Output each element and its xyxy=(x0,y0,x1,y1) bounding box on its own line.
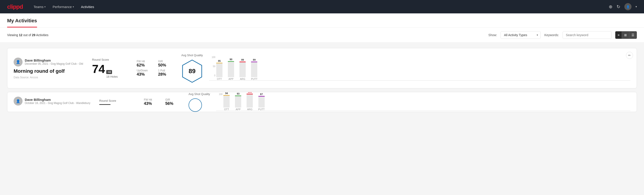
show-label: Show: xyxy=(488,33,497,37)
stat-1putt-value: 28% xyxy=(158,72,172,77)
avatar-icon: 👤 xyxy=(16,60,20,64)
bar-ott-2: 94 OTT xyxy=(223,92,230,111)
bar-putt-value: 89 xyxy=(253,58,256,61)
stat-updown: Up/Down 43% xyxy=(136,69,151,77)
stats-section-2: FW Hit 43% GIR 56% xyxy=(144,98,180,106)
bar-arg-value-2: 106 xyxy=(248,92,252,93)
bar-putt: 89 PUTT xyxy=(251,58,258,80)
user-info-2: Dave Billingham October 16, 2021 - Gog M… xyxy=(25,98,90,105)
view-toggle-grid[interactable]: ⊞ xyxy=(622,32,629,38)
view-toggle-list-compact[interactable]: ≡ xyxy=(616,32,622,38)
nav-teams[interactable]: Teams ▾ xyxy=(34,4,46,10)
y-axis-100-2: 100 xyxy=(216,93,222,96)
activity-type-dropdown[interactable]: All Activity Types xyxy=(500,31,541,39)
viewing-prefix: Viewing xyxy=(7,33,19,37)
card-left-2: 👤 Dave Billingham October 16, 2021 - Gog… xyxy=(14,96,90,107)
quality-circle-2 xyxy=(188,98,202,112)
stats-section: FW Hit 62% GIR 50% Up/Down 43% 1 Putt 28… xyxy=(136,60,172,77)
keyword-search-input[interactable] xyxy=(562,31,612,39)
quality-section-2: Avg Shot Quality 100 94 xyxy=(188,92,630,112)
nav-performance-label: Performance xyxy=(53,5,72,9)
user-meta: December 05, 2021 - Gog Magog Golf Club … xyxy=(25,62,83,65)
bar-app-value: 90 xyxy=(230,58,232,61)
score-partial xyxy=(99,104,110,105)
stat-fw-hit-label-2: FW Hit xyxy=(144,98,158,101)
data-source: Data Source: Arccos xyxy=(14,76,83,79)
round-score-label-2: Round Score xyxy=(99,99,135,102)
chevron-down-icon: ▾ xyxy=(44,6,46,8)
user-meta-2: October 16, 2021 - Gog Magog Golf Club -… xyxy=(25,102,90,105)
quality-left: Avg Shot Quality 89 xyxy=(181,54,203,83)
score-badge: +4 xyxy=(106,70,112,74)
stat-fw-hit-value: 62% xyxy=(136,63,151,68)
bar-arg-label-2: ARG xyxy=(247,108,252,111)
quality-section: Avg Shot Quality 89 100 50 xyxy=(181,54,630,83)
logo: clippd xyxy=(7,3,23,10)
bars-container-2: 94 OTT 93 xyxy=(223,95,265,111)
view-toggles: ≡ ⊞ ☰ xyxy=(615,31,637,39)
bar-putt-label-2: PUTT xyxy=(258,108,265,111)
toolbar-filters: Show: All Activity Types Keywords: ≡ ⊞ ☰ xyxy=(488,31,637,39)
quality-label: Avg Shot Quality xyxy=(181,54,203,57)
user-avatar[interactable]: 👤 xyxy=(624,3,632,10)
viewing-count: 12 xyxy=(19,33,22,37)
user-icon: 👤 xyxy=(626,5,630,8)
bar-arg-label: ARG xyxy=(240,78,245,80)
stat-gir-value-2: 56% xyxy=(165,101,180,106)
stat-updown-label: Up/Down xyxy=(136,69,151,72)
bar-app-fill xyxy=(228,61,234,77)
bar-chart: 100 50 0 85 OTT xyxy=(209,56,630,80)
bar-putt-2: 87 PUTT xyxy=(258,93,265,111)
bar-app-fill-2 xyxy=(235,96,241,108)
stat-1putt: 1 Putt 28% xyxy=(158,69,172,77)
bar-putt-value-2: 87 xyxy=(260,93,263,96)
stat-updown-value: 43% xyxy=(136,72,151,77)
page-header: My Activities xyxy=(0,14,644,28)
user-info: Dave Billingham December 05, 2021 - Gog … xyxy=(25,58,83,65)
content: ✏ 👤 Dave Billingham December 05, 2021 - … xyxy=(0,42,644,117)
nav-activities-label: Activities xyxy=(81,5,94,9)
viewing-out-of: out of xyxy=(22,33,32,37)
stat-fw-hit: FW Hit 62% xyxy=(136,60,151,68)
add-circle-icon[interactable]: ⊕ xyxy=(609,4,612,9)
score-number: 74 xyxy=(92,63,105,75)
stat-gir-2: GIR 56% xyxy=(165,98,180,106)
bar-arg-value: 89 xyxy=(241,58,244,61)
round-score-section-2: Round Score xyxy=(99,99,135,105)
bar-putt-label: PUTT xyxy=(251,78,258,80)
user-name: Dave Billingham xyxy=(25,58,83,62)
stat-1putt-label: 1 Putt xyxy=(158,69,172,72)
y-axis-50: 50 xyxy=(209,65,215,68)
refresh-icon[interactable]: ↻ xyxy=(616,4,620,9)
bar-ott-fill xyxy=(216,63,222,77)
nav-activities[interactable]: Activities xyxy=(81,4,94,10)
activity-card: ✏ 👤 Dave Billingham December 05, 2021 - … xyxy=(7,48,637,88)
stat-gir-label: GIR xyxy=(158,60,172,63)
view-toggle-list-full[interactable]: ☰ xyxy=(629,32,637,38)
stat-gir-label-2: GIR xyxy=(165,98,180,101)
user-name-2: Dave Billingham xyxy=(25,98,90,102)
avatar: 👤 xyxy=(14,58,22,66)
bar-putt-fill-2 xyxy=(258,96,265,108)
nav-performance[interactable]: Performance ▾ xyxy=(53,4,74,10)
bar-ott-label: OTT xyxy=(217,78,222,80)
navbar-right: ⊕ ↻ 👤 ▾ xyxy=(609,3,637,10)
y-axis-100: 100 xyxy=(209,56,215,58)
bar-arg-fill-2 xyxy=(246,94,253,108)
stat-fw-hit-value-2: 43% xyxy=(144,101,158,106)
score-holes: 18 Holes xyxy=(106,75,118,78)
hexagon: 89 xyxy=(182,60,202,83)
activity-title: Morning round of golf xyxy=(14,68,83,74)
viewing-total: 29 xyxy=(32,33,36,37)
round-score-section: Round Score 74 +4 18 Holes xyxy=(92,58,128,78)
bar-ott-fill-2 xyxy=(223,95,230,108)
bar-app-2: 93 APP xyxy=(235,92,241,111)
user-row-2: 👤 Dave Billingham October 16, 2021 - Gog… xyxy=(14,96,90,106)
bar-arg: 89 ARG xyxy=(240,58,246,80)
avatar-icon-2: 👤 xyxy=(16,99,20,103)
toolbar: Viewing 12 out of 29 Activities Show: Al… xyxy=(0,28,644,42)
stat-fw-hit-2: FW Hit 43% xyxy=(144,98,158,106)
user-menu-chevron[interactable]: ▾ xyxy=(636,5,637,8)
quality-left-2: Avg Shot Quality xyxy=(188,92,210,112)
bar-app-value-2: 93 xyxy=(237,92,240,95)
